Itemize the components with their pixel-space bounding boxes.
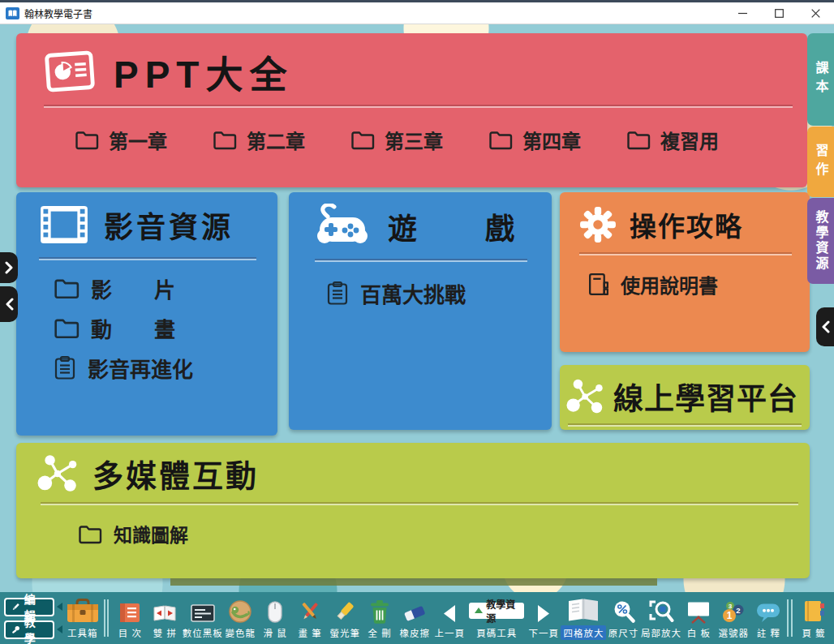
eraser-icon [402, 603, 428, 624]
tool-dual-page[interactable]: 雙 拼 [148, 596, 181, 641]
panel-multimedia-header: 多媒體互動 [16, 443, 810, 496]
ppt-chapter-2[interactable]: 第二章 [213, 126, 305, 154]
panel-multimedia: 多媒體互動 知識圖解 [16, 443, 810, 578]
video-item-films[interactable]: 影 片 [54, 273, 277, 303]
tool-annotation[interactable]: 註 釋 [752, 596, 785, 641]
toolbox-button[interactable]: 工具箱 [67, 596, 99, 641]
panel-shadow [170, 578, 657, 586]
game-item-list: 百萬大挑戰 [289, 262, 552, 308]
window-title: 翰林教學電子書 [24, 6, 720, 20]
toolbar-separator [104, 599, 110, 637]
manual-icon [587, 272, 609, 297]
tab-textbook[interactable]: 課本 [807, 33, 834, 126]
molecule-icon [37, 452, 81, 496]
panel-ppt-header: PPT大全 [16, 33, 807, 98]
tab-teaching-resources[interactable]: 教學資源 [807, 198, 834, 284]
folder-icon [54, 277, 80, 299]
svg-text:1: 1 [727, 610, 733, 621]
folder-icon [626, 130, 651, 150]
maximize-button[interactable] [761, 2, 797, 24]
original-size-icon [612, 599, 636, 624]
pencil-icon [11, 602, 20, 612]
highlighter-icon [333, 599, 357, 624]
multimedia-item-knowledge-map[interactable]: 知識圖解 [78, 520, 810, 547]
folder-icon [75, 130, 99, 150]
guide-item-manual[interactable]: 使用說明書 [587, 270, 810, 298]
game-item-million-challenge[interactable]: 百萬大挑戰 [326, 278, 552, 308]
gear-icon [579, 206, 617, 243]
pen-icon [298, 599, 322, 624]
gamepad-icon [313, 204, 372, 249]
tool-highlighter[interactable]: 螢光筆 [329, 596, 361, 641]
clipboard-icon [326, 281, 349, 306]
panel-multimedia-title: 多媒體互動 [92, 451, 259, 496]
tool-delete-all[interactable]: 全 刪 [363, 596, 396, 641]
annotation-icon [755, 602, 781, 624]
page-number-button[interactable]: 教學資源 [469, 603, 524, 619]
folder-icon [488, 130, 513, 150]
tool-eraser[interactable]: 橡皮擦 [398, 596, 431, 641]
ppt-chapter-1[interactable]: 第一章 [75, 126, 167, 154]
app-logo-icon [6, 7, 19, 19]
tool-digital-blackboard[interactable]: 數位黑板 [183, 596, 221, 641]
tool-prev-page[interactable]: 上一頁 [433, 596, 466, 641]
film-icon [39, 204, 89, 246]
svg-text:3: 3 [729, 602, 733, 609]
folder-icon [213, 130, 237, 150]
whiteboard-icon [686, 600, 711, 624]
collapse-arrow-icon[interactable] [57, 603, 62, 611]
tool-page-tab[interactable]: 頁 籤 [797, 596, 830, 641]
collapse-arrow-icon[interactable] [57, 625, 62, 633]
video-item-list: 影 片 動 畫 影音再進化 [16, 260, 277, 383]
tool-mouse[interactable]: 滑 鼠 [259, 596, 291, 641]
tool-original-size[interactable]: 原尺寸 [608, 596, 640, 641]
close-button[interactable] [797, 2, 834, 24]
chevron-left-icon [5, 298, 14, 311]
tool-four-grid-zoom[interactable]: 四格放大 [562, 595, 604, 642]
digital-blackboard-icon [190, 603, 216, 624]
folder-icon [78, 524, 102, 544]
panel-game: 遊 戲 百萬大挑戰 [289, 192, 552, 430]
panel-ppt-title: PPT大全 [114, 45, 293, 98]
selected-tool-label: 四格放大 [561, 625, 606, 640]
window-controls [724, 2, 834, 24]
tool-partial-zoom[interactable]: 局部放大 [643, 596, 681, 641]
collapse-right-panel-button[interactable] [816, 307, 834, 346]
video-item-upgrade[interactable]: 影音再進化 [54, 353, 277, 383]
teach-mode-button[interactable]: 教學 [4, 620, 54, 639]
number-picker-icon: 3 2 1 [720, 600, 747, 624]
app-window: 翰林教學電子書 [0, 0, 834, 644]
next-page-icon [535, 603, 552, 624]
bottom-toolbar: 編輯 教學 [0, 592, 834, 644]
panel-online-platform[interactable]: 線上學習平台 [560, 365, 810, 430]
toolbox-icon [66, 598, 100, 624]
ppt-chapter-3[interactable]: 第三章 [350, 126, 443, 154]
panel-video-title: 影音資源 [104, 204, 234, 246]
tool-next-page[interactable]: 下一頁 [527, 596, 560, 641]
bookmark-tab-icon [802, 599, 826, 624]
chevron-right-icon [5, 261, 14, 274]
expand-left-panel-button[interactable] [0, 252, 18, 283]
video-item-animations[interactable]: 動 畫 [54, 313, 277, 343]
tool-chameleon[interactable]: 變色龍 [224, 596, 256, 641]
tool-toc[interactable]: 目 次 [114, 596, 146, 641]
tool-page-number[interactable]: 教學資源 頁碼工具 [468, 596, 525, 641]
tool-pen[interactable]: 畫 筆 [294, 596, 326, 641]
tab-workbook[interactable]: 習作 [807, 127, 834, 197]
collapse-left-panel-button[interactable] [0, 286, 18, 322]
minimize-button[interactable] [724, 2, 761, 24]
clipboard-icon [54, 355, 76, 380]
panel-guide-title: 操作攻略 [630, 205, 743, 244]
tool-whiteboard[interactable]: 白 板 [682, 596, 715, 641]
chameleon-icon [228, 599, 252, 624]
divider [568, 423, 802, 427]
chevron-left-icon [821, 320, 830, 333]
toolbar-separator [787, 599, 793, 637]
ppt-chapter-review[interactable]: 複習用 [626, 126, 719, 154]
caret-up-icon [475, 608, 483, 613]
four-grid-zoom-icon [565, 597, 601, 623]
tool-number-picker[interactable]: 3 2 1 選號器 [717, 596, 750, 641]
dual-page-icon [152, 603, 178, 624]
ppt-chapter-4[interactable]: 第四章 [488, 126, 581, 154]
presentation-icon [44, 48, 96, 95]
